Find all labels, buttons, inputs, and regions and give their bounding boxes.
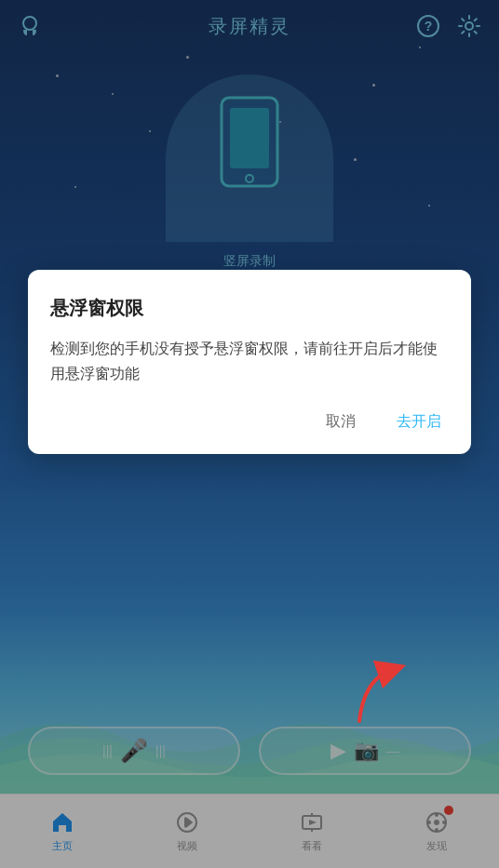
confirm-button[interactable]: 去开启 [389,408,449,435]
dialog-title: 悬浮窗权限 [50,296,449,321]
dialog-actions: 取消 去开启 [50,408,449,435]
dialog-body: 检测到您的手机没有授予悬浮窗权限，请前往开启后才能使用悬浮窗功能 [50,336,449,386]
cancel-button[interactable]: 取消 [318,408,363,435]
permission-dialog: 悬浮窗权限 检测到您的手机没有授予悬浮窗权限，请前往开启后才能使用悬浮窗功能 取… [28,270,471,454]
red-arrow-annotation [350,661,406,726]
